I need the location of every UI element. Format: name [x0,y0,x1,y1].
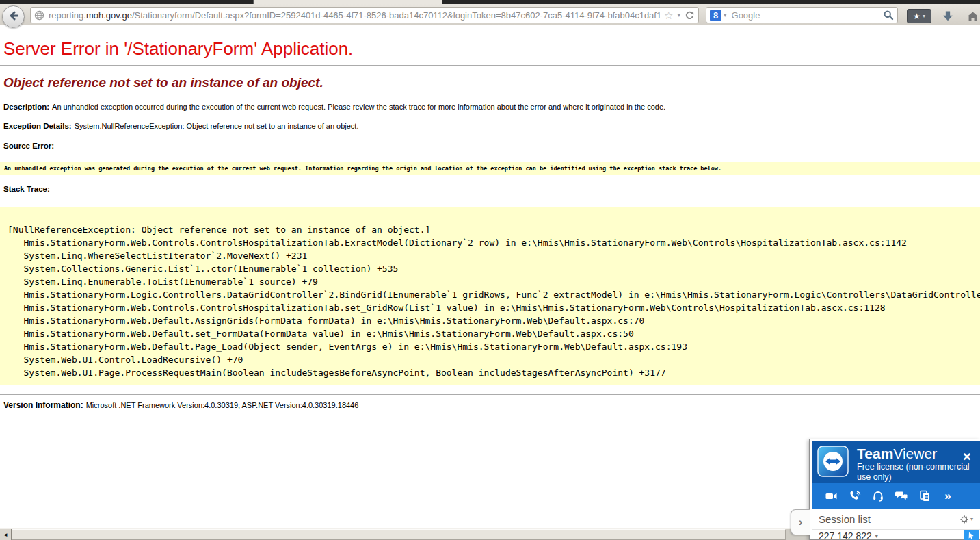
bookmarks-caret-icon: ▾ [923,13,925,19]
exception-details-text: System.NullReferenceException: Object re… [75,122,359,130]
bookmark-star-icon[interactable]: ☆ [664,10,673,21]
search-icon[interactable] [883,10,894,21]
error-subtitle: Object reference not set to an instance … [3,75,980,90]
exception-details-row: Exception Details:System.NullReferenceEx… [3,122,980,130]
bookmarks-star-icon: ★ [913,12,921,21]
browser-window: reporting.moh.gov.ge/Stationaryform/Defa… [0,0,980,540]
teamviewer-panel-inner: TeamViewer Free license (non-commercial … [812,441,980,539]
file-transfer-icon[interactable] [913,490,936,502]
phone-call-icon[interactable] [843,490,866,502]
gear-caret-icon: ▾ [970,516,973,522]
navigation-toolbar: reporting.moh.gov.ge/Stationaryform/Defa… [0,4,980,25]
session-list-label: Session list [819,513,959,525]
url-text: reporting.moh.gov.ge/Stationaryform/Defa… [49,10,660,21]
downloads-button[interactable] [940,9,956,24]
headset-audio-icon[interactable] [866,490,890,502]
url-path: /Stationaryform/Default.aspx?formID=2592… [132,10,660,21]
stack-trace-label: Stack Trace: [3,185,50,193]
partner-id: 227 142 822 [819,530,872,540]
search-engine-icon[interactable]: 8 [710,10,721,21]
teamviewer-title-bold: Team [857,446,893,461]
scrollbar-thumb[interactable] [12,529,786,540]
home-button[interactable] [964,9,980,24]
version-info-text: Microsoft .NET Framework Version:4.0.303… [86,401,359,409]
download-icon [941,10,955,23]
stack-trace-box: [NullReferenceException: Object referenc… [0,207,980,385]
teamviewer-toolbar: » [812,483,980,509]
remote-control-icon[interactable] [964,530,979,540]
url-dropdown-icon[interactable]: ▾ [677,12,680,18]
stack-trace-text: [NullReferenceException: Object referenc… [8,223,980,379]
source-error-label: Source Error: [3,142,54,150]
search-bar[interactable]: 8 ▾ [706,7,898,23]
scroll-left-button[interactable]: ◄ [0,529,12,540]
divider [0,394,980,395]
session-settings-button[interactable]: ▾ [959,514,973,524]
url-prefix: reporting. [49,10,86,21]
more-actions-icon[interactable]: » [936,489,959,503]
teamviewer-collapse-tab[interactable]: › [791,509,810,535]
source-error-box: An unhandled exception was generated dur… [0,162,980,175]
source-error-row: Source Error: [3,142,980,150]
teamviewer-license-text: Free license (non-commercial use only) [857,462,970,483]
description-label: Description: [3,103,49,111]
version-info-label: Version Information: [3,400,83,410]
teamviewer-title-light: Viewer [893,446,937,461]
bookmarks-menu-button[interactable]: ★ ▾ [907,9,931,23]
partner-id-caret-icon: ▾ [875,533,878,539]
version-info-row: Version Information:Microsoft .NET Frame… [3,400,980,410]
close-icon[interactable]: × [963,449,971,463]
gear-icon [959,514,969,524]
teamviewer-header: TeamViewer Free license (non-commercial … [812,441,980,483]
stack-trace-row: Stack Trace: [3,185,980,193]
url-bar[interactable]: reporting.moh.gov.ge/Stationaryform/Defa… [30,7,699,23]
home-icon [966,10,979,23]
url-domain: moh.gov.ge [86,10,132,21]
search-engine-dropdown-icon[interactable]: ▾ [724,12,727,18]
search-input[interactable] [730,10,883,21]
partner-id-row[interactable]: 227 142 822 ▾ [812,530,980,540]
teamviewer-logo-icon [817,446,849,480]
site-identity-icon[interactable] [34,10,44,21]
session-list-row[interactable]: Session list ▾ [812,509,980,530]
description-text: An unhandled exception occurred during t… [52,103,665,111]
video-call-icon[interactable] [820,491,843,502]
reload-icon[interactable] [685,10,695,21]
chat-icon[interactable] [890,490,913,502]
back-arrow-icon [8,10,20,25]
teamviewer-title: TeamViewer [857,446,937,462]
error-title: Server Error in '/StationaryForm' Applic… [3,38,980,60]
back-button[interactable] [2,5,25,28]
description-row: Description:An unhandled exception occur… [3,103,980,111]
exception-details-label: Exception Details: [3,122,72,130]
divider [0,65,980,66]
teamviewer-panel: TeamViewer Free license (non-commercial … [809,439,980,540]
